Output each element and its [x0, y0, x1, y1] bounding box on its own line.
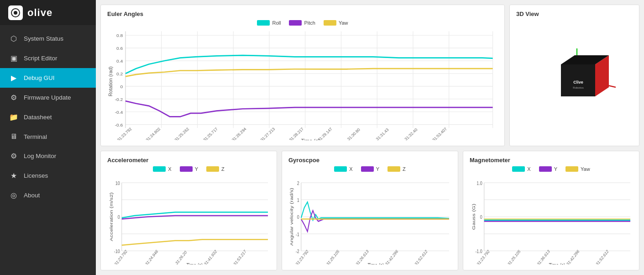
sidebar-item-log-monitor-label: Log Monitor: [24, 153, 56, 159]
svg-text:31:53.407: 31:53.407: [431, 127, 448, 140]
svg-text:31:41.932: 31:41.932: [204, 249, 218, 264]
yaw-swatch: [324, 20, 336, 26]
svg-text:31:24.946: 31:24.946: [145, 249, 159, 264]
svg-text:Time (s): Time (s): [301, 138, 319, 140]
gyro-legend-y: Y: [361, 166, 379, 172]
svg-text:Robotics: Robotics: [573, 86, 583, 89]
svg-text:-0.6: -0.6: [115, 122, 123, 127]
sidebar-item-system-status-label: System Status: [24, 35, 63, 42]
gyro-y-swatch: [361, 166, 374, 172]
accel-x-swatch: [153, 166, 166, 172]
svg-text:Acceleration (m/s2): Acceleration (m/s2): [109, 192, 114, 241]
svg-text:Gauss (G): Gauss (G): [471, 204, 476, 230]
sidebar-item-terminal-label: Terminal: [24, 133, 47, 140]
sidebar-item-log-monitor[interactable]: ⚙ Log Monitor: [0, 146, 96, 166]
svg-text:0: 0: [480, 215, 482, 220]
gyro-y-label: Y: [376, 166, 379, 172]
euler-legend: Roll Pitch Yaw: [107, 20, 498, 26]
mag-chart-area: 1.0 0 -1.0 Gauss (G): [470, 174, 633, 264]
svg-text:31:52.612: 31:52.612: [595, 249, 609, 264]
mag-legend-y: Y: [539, 166, 557, 172]
svg-text:Angular velocity (rad/s): Angular velocity (rad/s): [289, 188, 294, 246]
svg-point-1: [14, 11, 17, 15]
svg-text:Time (s): Time (s): [186, 262, 203, 264]
gyroscope-panel: Gyroscpoe X Y Z 2 1: [282, 151, 458, 270]
svg-text:0.4: 0.4: [116, 59, 123, 64]
svg-text:31:26.20: 31:26.20: [175, 250, 188, 264]
sidebar-item-debug-gui[interactable]: ▶ Debug GUI: [0, 68, 96, 88]
accel-legend-y: Y: [180, 166, 198, 172]
accel-y-swatch: [180, 166, 193, 172]
magnetometer-panel: Magnetometer X Y Yaw 1.0: [463, 151, 639, 270]
sidebar-item-licenses-label: Licenses: [24, 172, 48, 179]
legend-roll: Roll: [257, 20, 281, 26]
svg-text:31:23.792: 31:23.792: [116, 127, 133, 140]
svg-text:31:25.105: 31:25.105: [326, 249, 340, 264]
svg-text:2: 2: [297, 180, 299, 186]
view3d-panel: 3D View Clive Robotic: [509, 5, 639, 146]
log-monitor-icon: ⚙: [9, 152, 18, 160]
sidebar-item-debug-gui-label: Debug GUI: [24, 74, 55, 81]
svg-text:31:42.296: 31:42.296: [566, 249, 580, 264]
gyroscope-title: Gyroscpoe: [288, 157, 451, 164]
gyro-z-swatch: [387, 166, 400, 172]
mag-x-label: X: [527, 166, 530, 172]
gyro-x-label: X: [349, 166, 352, 172]
sidebar-item-system-status[interactable]: ⬡ System Status: [0, 29, 96, 48]
sidebar-item-about-label: About: [24, 192, 40, 199]
mag-y-label: Y: [554, 166, 557, 172]
bottom-row: Accelerometer X Y Z 10: [100, 151, 639, 270]
accelerometer-panel: Accelerometer X Y Z 10: [100, 151, 277, 270]
euler-chart-area: 0.8 0.6 0.4 0.2 0 -0.2 -0.4 -0.6: [107, 27, 498, 140]
mag-legend-yaw: Yaw: [565, 166, 590, 172]
svg-text:31:24.802: 31:24.802: [145, 127, 162, 140]
sidebar-item-firmware-update[interactable]: ⚙ Firmware Update: [0, 88, 96, 107]
svg-text:0: 0: [297, 215, 299, 220]
accel-legend-x: X: [153, 166, 171, 172]
svg-text:31:42.296: 31:42.296: [385, 249, 399, 264]
gyro-legend-x: X: [334, 166, 352, 172]
svg-text:Time (s): Time (s): [367, 262, 384, 264]
view3d-title: 3D View: [516, 11, 633, 17]
svg-text:31:25.262: 31:25.262: [173, 127, 190, 140]
sidebar-item-terminal[interactable]: 🖥 Terminal: [0, 127, 96, 146]
svg-text:-2: -2: [296, 249, 299, 254]
svg-text:Time (s): Time (s): [549, 262, 565, 264]
debug-gui-icon: ▶: [9, 74, 18, 82]
sidebar-item-licenses[interactable]: ★ Licenses: [0, 166, 96, 185]
sidebar-item-about[interactable]: ◎ About: [0, 185, 96, 205]
svg-text:-10: -10: [114, 249, 120, 254]
roll-swatch: [257, 20, 270, 26]
euler-angles-panel: Euler Angles Roll Pitch Yaw 0.8: [100, 5, 505, 146]
accelerometer-title: Accelerometer: [107, 157, 270, 164]
mag-x-swatch: [512, 166, 525, 172]
svg-text:-1.0: -1.0: [475, 249, 482, 254]
svg-text:31:30.80: 31:30.80: [346, 127, 361, 140]
sidebar-item-datasheet[interactable]: 📁 Datasheet: [0, 107, 96, 127]
sidebar-item-firmware-update-label: Firmware Update: [24, 94, 71, 101]
svg-text:31:27.213: 31:27.213: [260, 127, 276, 140]
svg-text:Rotation (rad): Rotation (rad): [108, 66, 113, 96]
accel-chart-area: 10 0 -10 Acceleration (m/s2: [107, 174, 270, 264]
gyro-legend: X Y Z: [288, 166, 451, 172]
accel-z-swatch: [206, 166, 219, 172]
svg-text:31:26.294: 31:26.294: [231, 127, 247, 140]
firmware-update-icon: ⚙: [9, 93, 18, 102]
app-name: olive: [27, 7, 52, 19]
sidebar-item-script-editor-label: Script Editor: [24, 55, 58, 62]
system-status-icon: ⬡: [9, 34, 18, 43]
sidebar-nav: ⬡ System Status ▣ Script Editor ▶ Debug …: [0, 25, 96, 205]
svg-text:-0.2: -0.2: [115, 97, 123, 102]
svg-text:31:53.217: 31:53.217: [233, 249, 247, 264]
svg-text:31:25.717: 31:25.717: [202, 127, 219, 140]
top-row: Euler Angles Roll Pitch Yaw 0.8: [100, 5, 639, 146]
gyro-legend-z: Z: [387, 166, 406, 172]
datasheet-icon: 📁: [9, 113, 18, 122]
euler-chart: 0.8 0.6 0.4 0.2 0 -0.2 -0.4 -0.6: [107, 27, 498, 140]
pitch-label: Pitch: [304, 20, 315, 26]
svg-text:31:52.612: 31:52.612: [414, 249, 428, 264]
svg-text:0: 0: [120, 84, 123, 89]
svg-text:0: 0: [118, 215, 120, 220]
mag-y-swatch: [539, 166, 552, 172]
sidebar-item-script-editor[interactable]: ▣ Script Editor: [0, 48, 96, 68]
